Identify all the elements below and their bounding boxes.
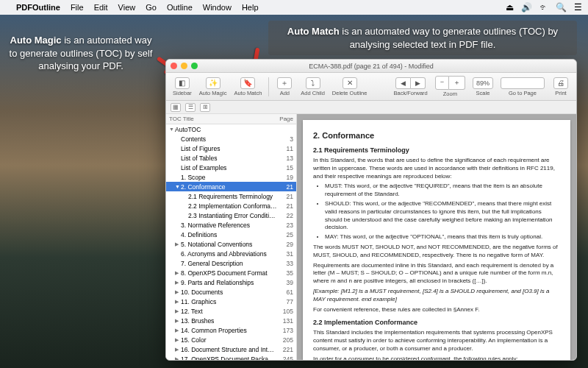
menu-help[interactable]: Help [242,3,259,12]
gotopage-field[interactable]: Go to Page [498,76,547,98]
toolbar: ◧Sidebar ✨Auto Magic 🔖Auto Match ＋Add ⤵A… [166,73,576,101]
toc-row[interactable]: 1. Scope19 [166,172,296,182]
maximize-icon[interactable] [191,63,198,69]
toc-row[interactable]: List of Examples15 [166,163,296,172]
toc-row[interactable]: ▶14. Common Properties173 [166,325,296,335]
view-thumbs-icon[interactable]: ▦ [171,103,181,112]
heading-2-1: 2.1 Requirements Terminology [313,146,560,155]
menu-icon[interactable]: ☰ [574,2,582,13]
toc-row[interactable]: ▶8. OpenXPS Document Format35 [166,268,296,277]
automatch-button[interactable]: 🔖Auto Match [232,76,264,98]
menu-edit[interactable]: Edit [94,3,108,12]
minimize-icon[interactable] [181,63,187,69]
app-window: ECMA-388.pdf (page 21 of 494) - Modified… [165,59,577,361]
menu-go[interactable]: Go [146,3,157,12]
callout-automagic: Auto Magic is an automated way to genera… [7,34,154,73]
toc-row[interactable]: ▶13. Brushes131 [166,316,296,325]
toc-row[interactable]: List of Tables13 [166,153,296,163]
close-icon[interactable] [171,63,177,69]
menu-view[interactable]: View [118,3,136,12]
add-button[interactable]: ＋Add [273,76,295,98]
toc-header: TOC Title Page [166,114,296,124]
toc-row[interactable]: ▼AutoTOC [166,124,296,134]
menu-app-name[interactable]: PDFOutline [16,3,60,12]
mac-menubar: PDFOutline File Edit View Go Outline Win… [0,0,588,15]
window-titlebar: ECMA-388.pdf (page 21 of 494) - Modified [166,60,576,73]
heading-conformance: 2. Conformance [313,130,560,141]
toc-row[interactable]: List of Figures11 [166,144,296,153]
toc-row[interactable]: ▶9. Parts and Relationships39 [166,277,296,287]
toc-row[interactable]: ▶17. OpenXPS Document Package Features24… [166,354,296,360]
toc-row[interactable]: ▶16. Document Structure and Interactivit… [166,344,296,354]
heading-2-2: 2.2 Implementation Conformance [313,318,560,327]
backforward-button[interactable]: ◀▶ Back/Forward [391,76,429,98]
wifi-icon[interactable]: ᯤ [539,2,548,13]
toc-row[interactable]: ▶11. Graphics77 [166,297,296,306]
toc-row[interactable]: 2.3 Instantiating Error Conditions22 [166,210,296,220]
toc-row[interactable]: Contents3 [166,134,296,144]
document-view[interactable]: 2. Conformance 2.1 Requirements Terminol… [297,114,576,360]
airplay-icon[interactable]: ⏏ [506,2,514,13]
sidebar-button[interactable]: ◧Sidebar [171,76,194,98]
menu-outline[interactable]: Outline [167,3,193,12]
toc-row[interactable]: 2.2 Implementation Conformance21 [166,201,296,210]
view-subbar: ▦ ☰ ⊞ [166,101,576,114]
toc-row[interactable]: ▼2. Conformance21 [166,182,296,191]
toc-row[interactable]: 6. Acronyms and Abbreviations31 [166,249,296,258]
window-title: ECMA-388.pdf (page 21 of 494) - Modified [309,63,434,70]
toc-row[interactable]: ▶5. Notational Conventions29 [166,239,296,249]
callout-automatch: Auto Match is an automated way to genera… [268,21,577,55]
toc-row[interactable]: 3. Normative References23 [166,220,296,230]
zoom-button[interactable]: −＋ Zoom [433,74,467,99]
view-grid-icon[interactable]: ⊞ [200,103,210,112]
toc-row[interactable]: ▶12. Text105 [166,306,296,316]
toc-row[interactable]: 4. Definitions25 [166,230,296,239]
toc-row[interactable]: 7. General Description33 [166,258,296,268]
toc-row[interactable]: ▶10. Documents61 [166,287,296,297]
menu-window[interactable]: Window [203,3,232,12]
toc-row[interactable]: ▶15. Color205 [166,335,296,344]
toc-row[interactable]: 2.1 Requirements Terminology21 [166,191,296,201]
scale-field[interactable]: 89% Scale [470,76,495,98]
toc-panel: TOC Title Page ▼AutoTOCContents3List of … [166,114,297,360]
pdf-page: 2. Conformance 2.1 Requirements Terminol… [303,120,570,360]
automagic-button[interactable]: ✨Auto Magic [197,76,229,98]
print-button[interactable]: 🖨Print [550,76,572,98]
volume-icon[interactable]: 🔊 [521,2,532,13]
addchild-button[interactable]: ⤵Add Child [298,76,327,98]
deleteoutline-button[interactable]: ✕Delete Outline [330,76,370,98]
view-outline-icon[interactable]: ☰ [185,103,196,112]
menu-file[interactable]: File [71,3,84,12]
search-icon[interactable]: 🔍 [556,2,567,13]
